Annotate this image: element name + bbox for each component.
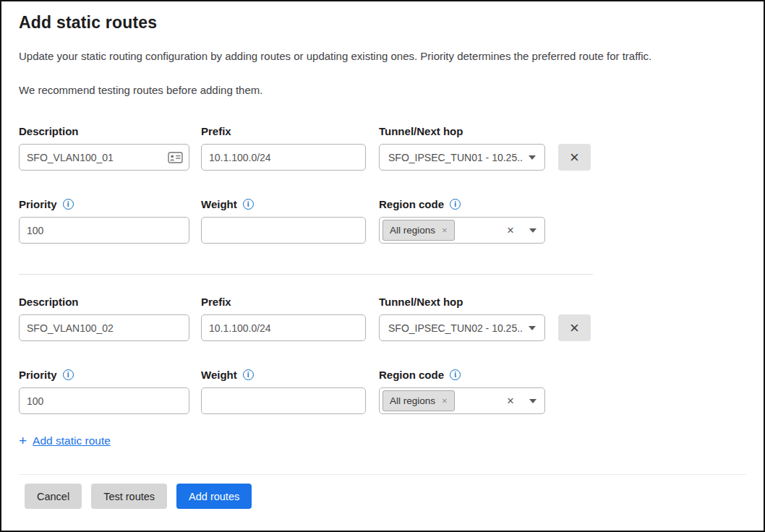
region-code-combobox[interactable]: All regions × × xyxy=(379,387,545,414)
region-code-info-icon[interactable]: i xyxy=(450,199,461,210)
region-code-field-group: Region code i All regions × × xyxy=(379,367,545,414)
add-routes-button[interactable]: Add routes xyxy=(176,484,252,509)
region-code-field-group: Region code i All regions × × xyxy=(379,197,545,244)
priority-label: Priority xyxy=(19,369,57,381)
tunnel-field-group: Tunnel/Next hop SFO_IPSEC_TUN02 - 10.25.… xyxy=(379,294,545,341)
description-label: Description xyxy=(19,296,79,308)
region-code-combobox[interactable]: All regions × × xyxy=(379,217,545,244)
remove-tag-icon[interactable]: × xyxy=(442,395,448,406)
description-label: Description xyxy=(19,125,79,137)
prefix-input[interactable] xyxy=(201,314,366,341)
weight-field-group: Weight i xyxy=(201,197,366,244)
cancel-button[interactable]: Cancel xyxy=(25,484,82,509)
priority-input[interactable] xyxy=(19,387,189,414)
chevron-down-icon xyxy=(529,399,537,403)
priority-field-group: Priority i xyxy=(19,197,189,244)
region-tag: All regions × xyxy=(382,390,455,411)
weight-input[interactable] xyxy=(201,387,366,414)
add-static-routes-dialog: Add static routes Update your static rou… xyxy=(0,0,765,532)
prefix-field-group: Prefix xyxy=(201,124,366,171)
description-field-group: Description xyxy=(19,124,189,171)
remove-route-button[interactable]: × xyxy=(558,314,591,341)
priority-label: Priority xyxy=(19,198,57,210)
prefix-field-group: Prefix xyxy=(201,294,366,341)
weight-info-icon[interactable]: i xyxy=(243,369,254,380)
route-divider xyxy=(19,274,593,275)
test-routes-button[interactable]: Test routes xyxy=(91,484,167,509)
plus-icon: + xyxy=(19,433,27,449)
region-code-label: Region code xyxy=(379,198,444,210)
tunnel-field-group: Tunnel/Next hop SFO_IPSEC_TUN01 - 10.25.… xyxy=(379,124,545,171)
clear-selection-icon[interactable]: × xyxy=(507,223,514,238)
region-tag-label: All regions xyxy=(390,225,435,236)
add-static-route-link-row: + Add static route xyxy=(19,433,746,449)
tunnel-next-hop-select[interactable]: SFO_IPSEC_TUN01 - 10.25... xyxy=(379,144,545,171)
page-title: Add static routes xyxy=(19,13,746,33)
recommendation-text: We recommend testing routes before addin… xyxy=(19,84,746,96)
chevron-down-icon xyxy=(529,326,536,330)
weight-info-icon[interactable]: i xyxy=(243,199,254,210)
chevron-down-icon xyxy=(529,228,537,233)
tunnel-next-hop-label: Tunnel/Next hop xyxy=(379,125,463,137)
priority-info-icon[interactable]: i xyxy=(63,369,74,380)
tunnel-select-value: SFO_IPSEC_TUN01 - 10.25... xyxy=(388,152,523,163)
static-route-form-2: Description Prefix Tunnel/Next hop xyxy=(19,294,746,414)
remove-tag-icon[interactable]: × xyxy=(442,225,448,236)
contact-card-icon xyxy=(168,152,183,163)
tunnel-next-hop-select[interactable]: SFO_IPSEC_TUN02 - 10.25... xyxy=(379,314,545,341)
clear-selection-icon[interactable]: × xyxy=(507,394,514,408)
add-static-route-link[interactable]: Add static route xyxy=(33,434,111,447)
description-input[interactable] xyxy=(19,314,189,341)
region-code-label: Region code xyxy=(379,369,444,381)
prefix-label: Prefix xyxy=(201,125,231,137)
remove-route-button[interactable]: × xyxy=(558,144,591,171)
region-tag-label: All regions xyxy=(390,395,435,406)
priority-field-group: Priority i xyxy=(19,367,189,414)
tunnel-next-hop-label: Tunnel/Next hop xyxy=(379,296,463,308)
priority-info-icon[interactable]: i xyxy=(63,199,74,210)
dialog-footer: Cancel Test routes Add routes xyxy=(1,475,764,509)
prefix-label: Prefix xyxy=(201,296,231,308)
chevron-down-icon xyxy=(529,155,536,160)
intro-text: Update your static routing configuration… xyxy=(19,50,746,62)
region-tag: All regions × xyxy=(382,220,455,241)
tunnel-select-value: SFO_IPSEC_TUN02 - 10.25... xyxy=(388,322,523,334)
static-route-form-1: Description xyxy=(19,124,746,244)
region-code-info-icon[interactable]: i xyxy=(450,369,461,380)
weight-field-group: Weight i xyxy=(201,367,366,414)
description-input[interactable] xyxy=(19,144,189,171)
weight-label: Weight xyxy=(201,369,237,381)
prefix-input[interactable] xyxy=(201,144,366,171)
description-field-group: Description xyxy=(19,294,189,341)
weight-label: Weight xyxy=(201,198,237,210)
routes-list: Description xyxy=(19,124,746,449)
weight-input[interactable] xyxy=(201,217,366,244)
priority-input[interactable] xyxy=(19,217,189,244)
